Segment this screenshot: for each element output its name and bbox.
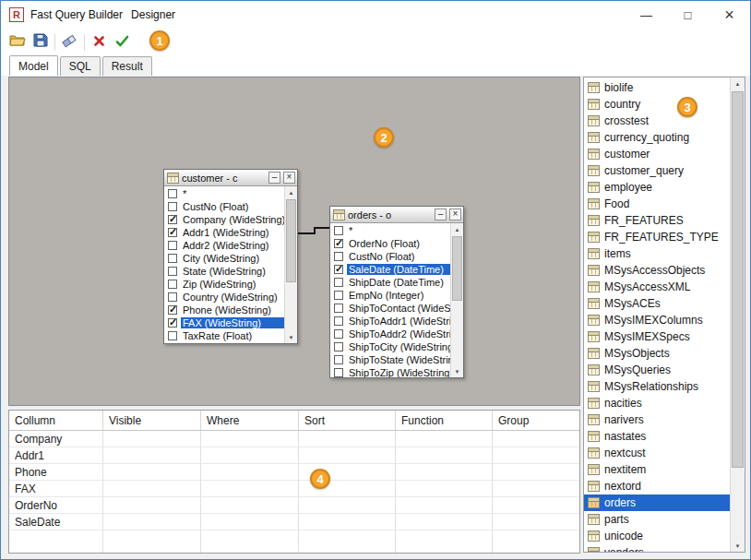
field-checkbox[interactable] <box>334 355 343 364</box>
close-button[interactable]: × <box>709 1 750 29</box>
scrollbar[interactable]: ▲ ▼ <box>284 186 297 343</box>
field-row[interactable]: TaxRate (Float) <box>164 329 284 342</box>
scroll-up-icon[interactable]: ▲ <box>731 77 745 89</box>
grid-cell-function[interactable] <box>396 431 493 447</box>
table-window-customer[interactable]: customer - c – × * <box>163 169 298 344</box>
grid-cell-where[interactable] <box>201 481 299 497</box>
field-checkbox[interactable] <box>334 329 343 339</box>
scrollbar[interactable]: ▲ ▼ <box>450 223 463 377</box>
save-button[interactable] <box>29 30 52 54</box>
field-row[interactable]: SaleDate (DateTime) <box>330 263 450 276</box>
grid-cell-where[interactable] <box>201 464 299 481</box>
close-icon[interactable]: × <box>283 172 295 184</box>
table-list-item[interactable]: biolife <box>584 79 730 96</box>
field-row[interactable]: City (WideString) <box>164 252 284 265</box>
minimize-button[interactable]: — <box>626 1 667 29</box>
field-row[interactable]: State (WideString) <box>164 265 284 278</box>
table-list-item[interactable]: nacities <box>584 395 730 411</box>
grid-header-cell[interactable]: Collumn <box>9 411 103 430</box>
table-list-item[interactable]: customer <box>584 146 730 162</box>
field-row[interactable]: ShipDate (DateTime) <box>330 276 450 289</box>
tab[interactable]: Result <box>102 56 152 76</box>
field-checkbox[interactable] <box>168 254 177 263</box>
table-list-item[interactable]: MSysACEs <box>584 295 730 312</box>
grid-row[interactable]: FAX <box>9 481 579 497</box>
grid-cell-where[interactable] <box>201 497 299 514</box>
maximize-button[interactable]: □ <box>667 1 709 29</box>
field-checkbox[interactable] <box>334 265 343 274</box>
table-list-item[interactable]: FR_FEATURES <box>584 212 730 229</box>
table-list-item[interactable]: narivers <box>584 411 730 428</box>
grid-cell-sort[interactable] <box>299 497 396 514</box>
field-row[interactable]: CustNo (Float) <box>164 200 284 213</box>
field-row[interactable]: ShipToCity (WideString) <box>330 340 450 353</box>
grid-cell-sort[interactable] <box>299 447 396 464</box>
grid-cell-function[interactable] <box>396 481 493 497</box>
ok-button[interactable] <box>111 30 134 54</box>
grid-row[interactable]: Addr1 <box>9 447 579 464</box>
grid-cell-group[interactable] <box>493 431 579 447</box>
field-checkbox[interactable] <box>334 342 343 351</box>
grid-cell-group[interactable] <box>493 481 579 497</box>
grid-header-cell[interactable]: Where <box>201 411 299 430</box>
field-row[interactable]: CustNo (Float) <box>330 250 450 263</box>
field-row[interactable]: * <box>164 187 284 200</box>
field-checkbox[interactable] <box>168 228 177 237</box>
table-window-orders[interactable]: orders - o – × * <box>329 206 464 378</box>
table-list-item[interactable]: FR_FEATURES_TYPE <box>584 229 730 245</box>
grid-cell-function[interactable] <box>396 464 493 481</box>
scroll-thumb[interactable] <box>286 199 296 282</box>
table-window-titlebar[interactable]: orders - o – × <box>330 207 463 223</box>
scroll-thumb[interactable] <box>732 91 744 468</box>
field-checkbox[interactable] <box>168 305 177 315</box>
open-button[interactable] <box>6 30 29 54</box>
table-list-item[interactable]: MSysObjects <box>584 345 730 362</box>
field-checkbox[interactable] <box>334 226 343 235</box>
grid-cell-where[interactable] <box>201 514 299 530</box>
grid-cell-sort[interactable] <box>299 514 396 530</box>
table-list-item[interactable]: orders <box>584 494 730 511</box>
scroll-down-icon[interactable]: ▼ <box>451 365 463 377</box>
clear-button[interactable] <box>58 30 81 54</box>
field-row[interactable]: ShipToContact (WideString) <box>330 302 450 315</box>
field-checkbox[interactable] <box>168 331 177 340</box>
grid-header-cell[interactable]: Function <box>396 411 493 430</box>
grid-cell-where[interactable] <box>201 431 299 447</box>
field-row[interactable]: ShipToAddr1 (WideString) <box>330 315 450 328</box>
grid-header-cell[interactable]: Group <box>493 411 579 430</box>
table-list-item[interactable]: customer_query <box>584 162 730 179</box>
table-list-item[interactable]: MSysAccessObjects <box>584 262 730 279</box>
table-list-item[interactable]: parts <box>584 511 730 528</box>
field-checkbox[interactable] <box>334 316 343 326</box>
grid-cell-visible[interactable] <box>103 464 201 481</box>
grid-cell-group[interactable] <box>493 447 579 464</box>
model-diagram-area[interactable]: customer - c – × * <box>8 77 580 406</box>
table-list-item[interactable]: MSysAccessXML <box>584 279 730 295</box>
grid-row[interactable]: OrderNo <box>9 497 579 514</box>
field-checkbox[interactable] <box>334 304 343 313</box>
grid-cell-visible[interactable] <box>103 431 201 447</box>
table-list-item[interactable]: nextord <box>584 478 730 494</box>
table-list-item[interactable]: unicode <box>584 528 730 544</box>
table-list-item[interactable]: MSysIMEXSpecs <box>584 328 730 345</box>
table-list-item[interactable]: MSysRelationships <box>584 378 730 395</box>
table-list-item[interactable]: crosstest <box>584 113 730 129</box>
field-row[interactable]: FAX (WideString) <box>164 316 284 329</box>
tab[interactable]: SQL <box>60 56 101 76</box>
grid-row[interactable]: Phone <box>9 464 579 481</box>
grid-cell-sort[interactable] <box>299 431 396 447</box>
scroll-up-icon[interactable]: ▲ <box>285 186 297 198</box>
grid-cell-where[interactable] <box>201 447 299 464</box>
table-list-item[interactable]: vendors <box>584 544 730 552</box>
field-checkbox[interactable] <box>334 278 343 287</box>
cancel-button[interactable] <box>88 30 111 54</box>
grid-header-cell[interactable]: Sort <box>299 411 396 430</box>
table-list-item[interactable]: employee <box>584 179 730 196</box>
grid-cell-group[interactable] <box>493 464 579 481</box>
field-row[interactable]: EmpNo (Integer) <box>330 289 450 302</box>
close-icon[interactable]: × <box>449 209 461 220</box>
table-list-item[interactable]: items <box>584 245 730 262</box>
table-list-item[interactable]: country <box>584 96 730 113</box>
field-row[interactable]: Phone (WideString) <box>164 304 284 316</box>
field-checkbox[interactable] <box>168 189 177 198</box>
